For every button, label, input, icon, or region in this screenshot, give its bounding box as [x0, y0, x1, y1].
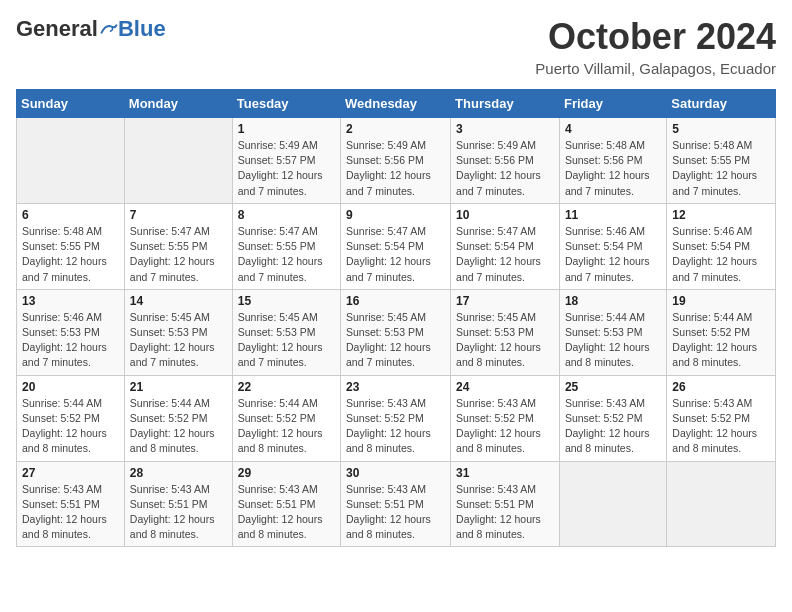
- day-of-week-header: Thursday: [451, 90, 560, 118]
- calendar-cell: 4Sunrise: 5:48 AM Sunset: 5:56 PM Daylig…: [559, 118, 666, 204]
- day-number: 10: [456, 208, 554, 222]
- day-detail: Sunrise: 5:43 AM Sunset: 5:51 PM Dayligh…: [456, 482, 554, 543]
- calendar-cell: 20Sunrise: 5:44 AM Sunset: 5:52 PM Dayli…: [17, 375, 125, 461]
- calendar-week-row: 6Sunrise: 5:48 AM Sunset: 5:55 PM Daylig…: [17, 203, 776, 289]
- day-detail: Sunrise: 5:45 AM Sunset: 5:53 PM Dayligh…: [130, 310, 227, 371]
- day-detail: Sunrise: 5:43 AM Sunset: 5:51 PM Dayligh…: [238, 482, 335, 543]
- day-number: 22: [238, 380, 335, 394]
- day-detail: Sunrise: 5:45 AM Sunset: 5:53 PM Dayligh…: [238, 310, 335, 371]
- calendar-cell: 1Sunrise: 5:49 AM Sunset: 5:57 PM Daylig…: [232, 118, 340, 204]
- calendar-cell: 10Sunrise: 5:47 AM Sunset: 5:54 PM Dayli…: [451, 203, 560, 289]
- day-detail: Sunrise: 5:45 AM Sunset: 5:53 PM Dayligh…: [346, 310, 445, 371]
- day-number: 15: [238, 294, 335, 308]
- day-detail: Sunrise: 5:49 AM Sunset: 5:56 PM Dayligh…: [346, 138, 445, 199]
- calendar-cell: 15Sunrise: 5:45 AM Sunset: 5:53 PM Dayli…: [232, 289, 340, 375]
- calendar-body: 1Sunrise: 5:49 AM Sunset: 5:57 PM Daylig…: [17, 118, 776, 547]
- calendar-cell: 12Sunrise: 5:46 AM Sunset: 5:54 PM Dayli…: [667, 203, 776, 289]
- day-of-week-header: Saturday: [667, 90, 776, 118]
- day-number: 28: [130, 466, 227, 480]
- day-detail: Sunrise: 5:48 AM Sunset: 5:55 PM Dayligh…: [22, 224, 119, 285]
- day-detail: Sunrise: 5:43 AM Sunset: 5:51 PM Dayligh…: [22, 482, 119, 543]
- calendar-table: SundayMondayTuesdayWednesdayThursdayFrid…: [16, 89, 776, 547]
- day-detail: Sunrise: 5:47 AM Sunset: 5:54 PM Dayligh…: [346, 224, 445, 285]
- calendar-cell: 14Sunrise: 5:45 AM Sunset: 5:53 PM Dayli…: [124, 289, 232, 375]
- day-detail: Sunrise: 5:49 AM Sunset: 5:56 PM Dayligh…: [456, 138, 554, 199]
- day-detail: Sunrise: 5:47 AM Sunset: 5:54 PM Dayligh…: [456, 224, 554, 285]
- calendar-cell: 11Sunrise: 5:46 AM Sunset: 5:54 PM Dayli…: [559, 203, 666, 289]
- calendar-cell: 29Sunrise: 5:43 AM Sunset: 5:51 PM Dayli…: [232, 461, 340, 547]
- day-number: 7: [130, 208, 227, 222]
- day-number: 25: [565, 380, 661, 394]
- day-detail: Sunrise: 5:46 AM Sunset: 5:54 PM Dayligh…: [672, 224, 770, 285]
- day-number: 30: [346, 466, 445, 480]
- day-number: 16: [346, 294, 445, 308]
- day-detail: Sunrise: 5:43 AM Sunset: 5:52 PM Dayligh…: [346, 396, 445, 457]
- calendar-cell: [667, 461, 776, 547]
- location-subtitle: Puerto Villamil, Galapagos, Ecuador: [535, 60, 776, 77]
- calendar-cell: 16Sunrise: 5:45 AM Sunset: 5:53 PM Dayli…: [341, 289, 451, 375]
- day-number: 18: [565, 294, 661, 308]
- calendar-cell: 9Sunrise: 5:47 AM Sunset: 5:54 PM Daylig…: [341, 203, 451, 289]
- calendar-cell: 8Sunrise: 5:47 AM Sunset: 5:55 PM Daylig…: [232, 203, 340, 289]
- day-of-week-header: Sunday: [17, 90, 125, 118]
- logo-bird-icon: [100, 20, 118, 38]
- calendar-cell: 6Sunrise: 5:48 AM Sunset: 5:55 PM Daylig…: [17, 203, 125, 289]
- day-detail: Sunrise: 5:43 AM Sunset: 5:51 PM Dayligh…: [346, 482, 445, 543]
- day-detail: Sunrise: 5:43 AM Sunset: 5:52 PM Dayligh…: [672, 396, 770, 457]
- calendar-week-row: 1Sunrise: 5:49 AM Sunset: 5:57 PM Daylig…: [17, 118, 776, 204]
- logo: General Blue: [16, 16, 166, 42]
- day-number: 3: [456, 122, 554, 136]
- day-number: 26: [672, 380, 770, 394]
- calendar-cell: 17Sunrise: 5:45 AM Sunset: 5:53 PM Dayli…: [451, 289, 560, 375]
- day-detail: Sunrise: 5:44 AM Sunset: 5:52 PM Dayligh…: [22, 396, 119, 457]
- calendar-cell: 22Sunrise: 5:44 AM Sunset: 5:52 PM Dayli…: [232, 375, 340, 461]
- calendar-week-row: 27Sunrise: 5:43 AM Sunset: 5:51 PM Dayli…: [17, 461, 776, 547]
- calendar-cell: 24Sunrise: 5:43 AM Sunset: 5:52 PM Dayli…: [451, 375, 560, 461]
- day-number: 31: [456, 466, 554, 480]
- day-number: 23: [346, 380, 445, 394]
- calendar-cell: 13Sunrise: 5:46 AM Sunset: 5:53 PM Dayli…: [17, 289, 125, 375]
- calendar-cell: 30Sunrise: 5:43 AM Sunset: 5:51 PM Dayli…: [341, 461, 451, 547]
- day-number: 11: [565, 208, 661, 222]
- calendar-cell: 21Sunrise: 5:44 AM Sunset: 5:52 PM Dayli…: [124, 375, 232, 461]
- day-number: 29: [238, 466, 335, 480]
- day-number: 12: [672, 208, 770, 222]
- calendar-cell: 5Sunrise: 5:48 AM Sunset: 5:55 PM Daylig…: [667, 118, 776, 204]
- day-detail: Sunrise: 5:46 AM Sunset: 5:53 PM Dayligh…: [22, 310, 119, 371]
- calendar-cell: 3Sunrise: 5:49 AM Sunset: 5:56 PM Daylig…: [451, 118, 560, 204]
- calendar-cell: [124, 118, 232, 204]
- calendar-cell: 7Sunrise: 5:47 AM Sunset: 5:55 PM Daylig…: [124, 203, 232, 289]
- day-number: 20: [22, 380, 119, 394]
- day-of-week-header: Friday: [559, 90, 666, 118]
- day-detail: Sunrise: 5:48 AM Sunset: 5:55 PM Dayligh…: [672, 138, 770, 199]
- day-detail: Sunrise: 5:43 AM Sunset: 5:52 PM Dayligh…: [565, 396, 661, 457]
- title-area: October 2024 Puerto Villamil, Galapagos,…: [535, 16, 776, 77]
- calendar-cell: 23Sunrise: 5:43 AM Sunset: 5:52 PM Dayli…: [341, 375, 451, 461]
- calendar-cell: 25Sunrise: 5:43 AM Sunset: 5:52 PM Dayli…: [559, 375, 666, 461]
- day-of-week-header: Monday: [124, 90, 232, 118]
- calendar-week-row: 20Sunrise: 5:44 AM Sunset: 5:52 PM Dayli…: [17, 375, 776, 461]
- day-detail: Sunrise: 5:46 AM Sunset: 5:54 PM Dayligh…: [565, 224, 661, 285]
- day-number: 5: [672, 122, 770, 136]
- page-header: General Blue October 2024 Puerto Villami…: [16, 16, 776, 77]
- day-number: 14: [130, 294, 227, 308]
- day-detail: Sunrise: 5:44 AM Sunset: 5:52 PM Dayligh…: [130, 396, 227, 457]
- day-detail: Sunrise: 5:44 AM Sunset: 5:52 PM Dayligh…: [672, 310, 770, 371]
- day-detail: Sunrise: 5:47 AM Sunset: 5:55 PM Dayligh…: [130, 224, 227, 285]
- calendar-cell: 2Sunrise: 5:49 AM Sunset: 5:56 PM Daylig…: [341, 118, 451, 204]
- day-detail: Sunrise: 5:48 AM Sunset: 5:56 PM Dayligh…: [565, 138, 661, 199]
- day-detail: Sunrise: 5:45 AM Sunset: 5:53 PM Dayligh…: [456, 310, 554, 371]
- calendar-cell: 19Sunrise: 5:44 AM Sunset: 5:52 PM Dayli…: [667, 289, 776, 375]
- day-number: 21: [130, 380, 227, 394]
- calendar-week-row: 13Sunrise: 5:46 AM Sunset: 5:53 PM Dayli…: [17, 289, 776, 375]
- day-number: 24: [456, 380, 554, 394]
- calendar-cell: 26Sunrise: 5:43 AM Sunset: 5:52 PM Dayli…: [667, 375, 776, 461]
- day-number: 17: [456, 294, 554, 308]
- calendar-header-row: SundayMondayTuesdayWednesdayThursdayFrid…: [17, 90, 776, 118]
- day-detail: Sunrise: 5:44 AM Sunset: 5:52 PM Dayligh…: [238, 396, 335, 457]
- calendar-cell: 27Sunrise: 5:43 AM Sunset: 5:51 PM Dayli…: [17, 461, 125, 547]
- logo-general-text: General: [16, 16, 98, 42]
- day-number: 19: [672, 294, 770, 308]
- calendar-cell: 28Sunrise: 5:43 AM Sunset: 5:51 PM Dayli…: [124, 461, 232, 547]
- calendar-cell: 18Sunrise: 5:44 AM Sunset: 5:53 PM Dayli…: [559, 289, 666, 375]
